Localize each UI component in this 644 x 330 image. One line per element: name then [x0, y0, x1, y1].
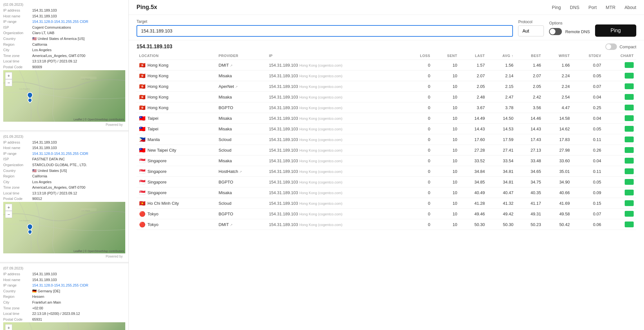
- svg-text:Las Vegas: Las Vegas: [81, 210, 90, 212]
- ping-button[interactable]: Ping: [595, 24, 636, 37]
- ip-note: Hong Kong (cogentco.com): [299, 202, 343, 205]
- td-location: 🇹🇼New Taipei City: [137, 145, 216, 156]
- map-zoom-out[interactable]: −: [5, 79, 12, 86]
- sidebar-field-label: Postal Code: [3, 64, 32, 70]
- sidebar-field-value: 65931: [32, 317, 125, 323]
- td-best: 3.56: [516, 102, 544, 113]
- td-provider: HostHatch ↗: [216, 166, 266, 177]
- compact-toggle: Compact: [605, 43, 636, 50]
- sidebar-field-label: Host name: [3, 14, 32, 19]
- sidebar-field-label: City: [3, 47, 32, 53]
- provider-name[interactable]: DMIT: [219, 222, 229, 227]
- external-link-icon[interactable]: ↗: [230, 64, 232, 67]
- td-stdev: 0.07: [572, 81, 604, 92]
- map-zoom-out[interactable]: −: [5, 211, 12, 218]
- provider-name[interactable]: AperNet: [219, 84, 234, 89]
- sidebar-field-label: Host name: [3, 145, 32, 151]
- sidebar-map[interactable]: Las Vegas Los Angeles +−Leaflet | © Open…: [3, 70, 125, 122]
- external-link-icon[interactable]: ↗: [230, 223, 232, 227]
- remote-dns-toggle[interactable]: [549, 28, 562, 35]
- chart-bar: [625, 126, 634, 132]
- external-link-icon[interactable]: ↗: [235, 85, 238, 89]
- provider-name: Misaka: [219, 127, 232, 131]
- brand-logo: Ping.5x: [137, 4, 157, 11]
- protocol-select[interactable]: Aut IPv4 IPv6: [518, 25, 544, 36]
- table-row: 🇹🇼TaipeiMisaka154.31.189.103Hong Kong (c…: [137, 124, 636, 134]
- sidebar-field-label: Country: [3, 36, 32, 42]
- sidebar-field-value: +02:00: [32, 306, 125, 311]
- sidebar-card-2: (07.09.2023)IP address154.31.189.103Host…: [0, 264, 128, 330]
- td-chart: [604, 177, 636, 187]
- td-ip: 154.31.189.103Hong Kong (cogentco.com): [266, 219, 405, 230]
- location-name: Singapore: [147, 158, 166, 163]
- nav-mtr[interactable]: MTR: [606, 5, 615, 10]
- sidebar-field-value: California: [32, 174, 125, 179]
- nav-ping[interactable]: Ping: [552, 5, 561, 10]
- map-zoom-in[interactable]: +: [5, 324, 12, 330]
- td-wrst: 14.58: [544, 113, 572, 124]
- sidebar-field-label: Organization: [3, 30, 32, 36]
- location-name: Manila: [147, 137, 160, 142]
- col-best: BEST: [516, 52, 544, 60]
- nav-about[interactable]: About: [624, 5, 636, 10]
- sidebar-field-row: CityFrankfurt am Main: [3, 300, 125, 306]
- td-provider: Misaka: [216, 156, 266, 166]
- location-name: New Taipei City: [147, 148, 176, 153]
- td-chart: [604, 209, 636, 219]
- nav-port[interactable]: Port: [588, 5, 597, 10]
- provider-name[interactable]: HostHatch: [219, 169, 238, 174]
- td-loss: 0: [405, 145, 433, 156]
- sidebar-field-value[interactable]: 154.31.128.0-154.31.255.255 CIDR: [32, 283, 125, 288]
- td-chart: [604, 134, 636, 145]
- external-link-icon[interactable]: ↗: [239, 170, 242, 174]
- map-zoom-in[interactable]: +: [5, 204, 12, 211]
- provider-name[interactable]: DMIT: [219, 63, 229, 68]
- sidebar-map[interactable]: Frankfurt London Paris +−Leaflet | © Ope…: [3, 322, 125, 330]
- map-pin: [27, 92, 33, 99]
- td-provider: DMIT ↗: [216, 219, 266, 230]
- td-wrst: 41.69: [544, 198, 572, 209]
- td-best: 14.46: [516, 113, 544, 124]
- sidebar-field-value[interactable]: 154.31.128.0-154.31.255.255 CIDR: [32, 19, 125, 25]
- nav-dns[interactable]: DNS: [570, 5, 580, 10]
- td-loss: 0: [405, 177, 433, 187]
- sidebar-field-row: RegionHessen: [3, 294, 125, 300]
- sidebar-map[interactable]: Las Vegas Los Angeles +−Leaflet | © Open…: [3, 202, 125, 253]
- td-wrst: 33.60: [544, 156, 572, 166]
- sidebar-field-label: City: [3, 300, 32, 306]
- sidebar-field-row: ISPFASTNET DATA INC: [3, 156, 125, 162]
- sidebar-field-value: 🇩🇪 Germany [DE]: [32, 288, 125, 294]
- td-avg: 1.56: [488, 60, 516, 71]
- target-input[interactable]: [137, 25, 513, 37]
- ip-address: 154.31.189.103: [269, 127, 298, 131]
- td-chart: [604, 219, 636, 230]
- top-nav: Ping.5x Ping DNS Port MTR About: [129, 0, 644, 15]
- td-avg: 2.47: [488, 92, 516, 102]
- td-avg: 14.50: [488, 113, 516, 124]
- td-sent: 10: [433, 92, 460, 102]
- flag-icon: 🇻🇳: [139, 201, 146, 205]
- td-wrst: 34.90: [544, 177, 572, 187]
- table-row: 🇸🇬SingaporeMisaka154.31.189.103Hong Kong…: [137, 156, 636, 166]
- sidebar-field-row: Local time13:13:18 (PDT) / 2023.09.12: [3, 191, 125, 196]
- compact-switch[interactable]: [605, 43, 617, 50]
- td-stdev: 0.11: [572, 134, 604, 145]
- location-name: Hong Kong: [147, 95, 168, 99]
- td-best: 34.75: [516, 177, 544, 187]
- td-loss: 0: [405, 92, 433, 102]
- td-loss: 0: [405, 187, 433, 198]
- sidebar-field-row: Postal Code90009: [3, 64, 125, 70]
- table-row: 🔴TokyoBGPTO154.31.189.103Hong Kong (coge…: [137, 209, 636, 219]
- sidebar-field-row: CityLos Angeles: [3, 179, 125, 185]
- td-loss: 0: [405, 113, 433, 124]
- td-last: 27.28: [460, 145, 488, 156]
- map-zoom-in[interactable]: +: [5, 72, 12, 79]
- td-avg: 17.59: [488, 134, 516, 145]
- sidebar-field-value[interactable]: 154.31.128.0-154.31.255.255 CIDR: [32, 151, 125, 157]
- ip-address: 154.31.189.103: [269, 158, 298, 163]
- provider-name: Scloud: [219, 137, 232, 142]
- td-loss: 0: [405, 124, 433, 134]
- ip-address: 154.31.189.103: [269, 169, 298, 174]
- flag-icon: 🇭🇰: [139, 73, 146, 78]
- td-wrst: 2.54: [544, 92, 572, 102]
